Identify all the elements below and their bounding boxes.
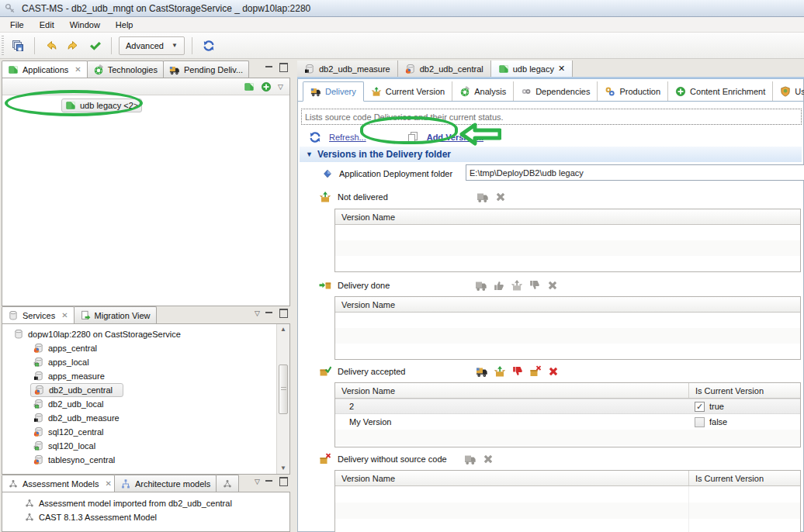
maximize-icon[interactable] — [279, 309, 288, 317]
view-tab-user-input[interactable]: User In — [773, 81, 804, 101]
services-root-item[interactable]: dopw10lap:2280 on CastStorageService — [10, 327, 289, 341]
table-row[interactable] — [335, 344, 800, 359]
delete-x-icon[interactable] — [494, 191, 507, 203]
checkbox-checked[interactable]: ✓ — [695, 402, 705, 412]
undo-button[interactable] — [42, 36, 61, 55]
view-tab-current-version[interactable]: Current Version — [364, 81, 452, 101]
column-header-is-current[interactable]: Is Current Version — [688, 383, 800, 398]
tab-migration-view[interactable]: Migration View — [74, 306, 157, 323]
versions-section-header[interactable]: ▼ Versions in the Delivery folder — [300, 147, 802, 162]
minimize-icon[interactable] — [265, 63, 274, 71]
tree-item-db2-udb-measure[interactable]: db2_udb_measure — [30, 411, 289, 425]
table-row[interactable] — [335, 313, 800, 328]
menu-file[interactable]: File — [3, 19, 31, 31]
view-tab-content-enrichment[interactable]: Content Enrichment — [668, 81, 773, 101]
deliver-truck-icon[interactable] — [477, 191, 489, 203]
menu-help[interactable]: Help — [109, 19, 140, 31]
add-version-link[interactable]: Add Version... — [427, 133, 483, 142]
editor-tab-udb-legacy[interactable]: udb legacy ✕ — [491, 60, 573, 77]
validate-button[interactable] — [85, 36, 104, 55]
delete-x-icon[interactable] — [546, 279, 559, 292]
table-row-version-2[interactable]: 2 ✓ true — [335, 399, 800, 414]
table-row[interactable] — [335, 503, 800, 519]
advanced-dropdown[interactable]: Advanced ▼ — [119, 36, 185, 55]
minimize-icon[interactable] — [265, 477, 274, 485]
tree-item-apps-central[interactable]: apps_central — [30, 341, 289, 355]
tree-item-tablesyno-central[interactable]: tablesyno_central — [30, 453, 289, 467]
close-icon[interactable]: ✕ — [558, 64, 565, 74]
table-row[interactable] — [335, 256, 800, 271]
box-x-icon[interactable] — [529, 365, 542, 378]
menu-window[interactable]: Window — [63, 19, 107, 31]
deployment-folder-input[interactable] — [466, 164, 804, 181]
add-plus-icon[interactable] — [261, 81, 272, 92]
view-tab-delivery[interactable]: Delivery — [303, 81, 364, 102]
tab-assessment-models[interactable]: Assessment Models ✕ — [2, 475, 115, 492]
tab-technologies[interactable]: Technologies — [87, 60, 164, 78]
view-menu-chevron-icon[interactable]: ▽ — [278, 83, 283, 91]
tree-item-udb-legacy[interactable]: udb legacy <2> — [61, 98, 142, 112]
services-scrollbar[interactable]: ▲ ▼ — [276, 324, 289, 474]
column-header-version-name[interactable]: Version Name — [335, 297, 688, 312]
tree-item-cast-model[interactable]: CAST 8.1.3 Assessment Model — [21, 510, 289, 524]
box-up-icon[interactable] — [511, 279, 523, 292]
thumb-up-icon[interactable] — [493, 279, 505, 292]
column-header-version-name[interactable]: Version Name — [335, 471, 688, 485]
tree-item-sql120-central[interactable]: sql120_central — [30, 425, 289, 439]
view-tab-analysis[interactable]: Analysis — [452, 81, 514, 101]
view-menu-chevron-icon[interactable]: ▽ — [255, 478, 260, 485]
tree-item-db2-udb-local[interactable]: db2_udb_local — [30, 397, 289, 411]
scrollbar-thumb[interactable] — [279, 364, 288, 414]
table-row[interactable] — [335, 519, 800, 532]
delete-x-icon[interactable] — [547, 365, 560, 378]
tree-item-sql120-local[interactable]: sql120_local — [30, 439, 289, 453]
column-header-is-current[interactable]: Is Current Version — [688, 471, 800, 485]
table-row[interactable] — [335, 240, 800, 256]
column-header-version-name[interactable]: Version Name — [335, 383, 688, 398]
thumb-down-icon[interactable] — [528, 279, 541, 292]
checkbox-unchecked[interactable] — [695, 417, 705, 427]
toolbar-drag-handle[interactable] — [2, 36, 4, 56]
delete-x-icon[interactable] — [482, 453, 494, 465]
tab-architecture-models[interactable]: Architecture models — [114, 475, 217, 492]
tree-item-db2-udb-central[interactable]: db2_udb_central — [30, 383, 123, 397]
tab-services[interactable]: Services ✕ — [2, 306, 75, 323]
new-application-icon[interactable] — [244, 81, 255, 92]
scroll-down-icon[interactable]: ▼ — [279, 464, 288, 473]
maximize-icon[interactable] — [279, 63, 288, 71]
thumb-down-icon[interactable] — [511, 365, 524, 378]
refresh-link[interactable]: Refresh... — [329, 133, 366, 142]
tab-models-extra[interactable] — [216, 475, 239, 492]
tree-item-apps-measure[interactable]: apps_measure — [30, 369, 289, 383]
redo-button[interactable] — [64, 36, 82, 55]
scroll-up-icon[interactable]: ▲ — [279, 325, 288, 334]
tab-applications[interactable]: Applications ✕ — [2, 60, 88, 78]
minimize-icon[interactable] — [265, 309, 274, 317]
view-menu-chevron-icon[interactable]: ▽ — [255, 309, 260, 317]
save-all-button[interactable] — [9, 36, 27, 55]
editor-tab-db2-udb-measure[interactable]: db2_udb_measure — [297, 60, 398, 77]
table-row[interactable] — [335, 486, 800, 503]
deliver-truck-icon[interactable] — [475, 279, 487, 292]
close-icon[interactable]: ✕ — [75, 65, 81, 74]
deliver-truck-icon[interactable] — [464, 453, 477, 465]
close-icon[interactable]: ✕ — [105, 479, 111, 488]
table-row[interactable] — [335, 225, 800, 240]
table-row[interactable] — [335, 430, 800, 445]
tree-item-apps-local[interactable]: apps_local — [30, 355, 289, 369]
view-tab-dependencies[interactable]: Dependencies — [514, 81, 598, 101]
tab-pending-deliveries[interactable]: Pending Deliv... — [163, 60, 249, 78]
column-header-version-name[interactable]: Version Name — [335, 209, 688, 224]
maximize-icon[interactable] — [279, 477, 288, 485]
collapse-triangle-icon[interactable]: ▼ — [306, 150, 313, 158]
tree-item-imported-model[interactable]: Assessment model imported from db2_udb_c… — [21, 496, 289, 510]
table-row-my-version[interactable]: My Version false — [335, 414, 800, 430]
deliver-truck-icon[interactable] — [476, 365, 488, 378]
menu-edit[interactable]: Edit — [33, 19, 61, 31]
box-up-icon[interactable] — [494, 365, 506, 378]
editor-tab-db2-udb-central[interactable]: db2_udb_central — [398, 60, 491, 77]
close-icon[interactable]: ✕ — [61, 311, 68, 320]
table-row[interactable] — [335, 328, 800, 344]
view-tab-production[interactable]: Production — [598, 81, 668, 101]
refresh-button[interactable] — [199, 36, 218, 55]
